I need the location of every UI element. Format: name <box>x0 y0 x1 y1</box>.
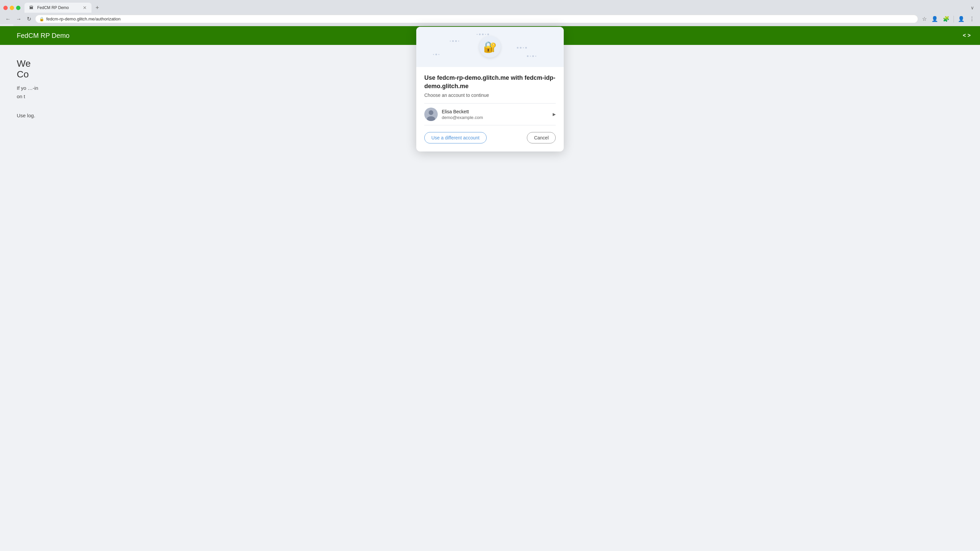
toolbar-icons: ☆ 👤 🧩 👤 ⋮ <box>921 14 976 24</box>
lock-icon: 🔒 <box>39 17 44 21</box>
account-info: Elisa Beckett demo@example.com <box>442 109 549 120</box>
dot <box>455 40 457 42</box>
dots-right-top <box>517 47 527 49</box>
dot <box>530 56 531 57</box>
dot <box>523 47 524 48</box>
modal-footer: Use a different account Cancel <box>424 132 556 143</box>
dot <box>525 47 527 49</box>
toolbar-divider <box>953 16 954 22</box>
dot <box>452 40 454 42</box>
dot <box>517 47 519 49</box>
dot <box>532 55 534 57</box>
address-bar[interactable]: 🔒 fedcm-rp-demo.glitch.me/authorization <box>35 15 918 23</box>
modal-subtitle: Choose an account to continue <box>424 92 556 98</box>
minimize-window-button[interactable] <box>10 6 14 10</box>
cancel-button[interactable]: Cancel <box>527 132 556 143</box>
dot <box>435 54 437 55</box>
dot <box>535 56 536 57</box>
dot <box>479 33 480 35</box>
svg-point-2 <box>427 116 435 121</box>
account-chevron-icon: ▶ <box>553 112 556 117</box>
dot <box>482 33 484 35</box>
account-email: demo@example.com <box>442 115 549 120</box>
dot <box>485 34 486 35</box>
dot <box>487 33 489 35</box>
fedcm-dialog: 🔐 Use fedcm-rp-demo.glitch.me with fedcm… <box>416 27 564 151</box>
forward-button[interactable]: → <box>15 15 23 24</box>
account-row[interactable]: Elisa Beckett demo@example.com ▶ <box>424 103 556 125</box>
tab-favicon-icon: 🏛 <box>29 5 35 10</box>
back-button[interactable]: ← <box>4 15 12 24</box>
code-toggle-button[interactable]: < > <box>960 31 973 40</box>
tab-bar: 🏛 FedCM RP Demo ✕ + ∨ <box>0 0 980 13</box>
extension-icon[interactable]: 🧩 <box>942 14 951 24</box>
dots-left-top <box>450 40 459 42</box>
menu-icon[interactable]: ⋮ <box>968 14 976 24</box>
use-different-account-button[interactable]: Use a different account <box>424 132 487 143</box>
dot <box>520 47 522 49</box>
refresh-button[interactable]: ↻ <box>25 14 32 24</box>
account-name: Elisa Beckett <box>442 109 549 114</box>
dot <box>438 54 439 55</box>
dot <box>477 34 477 35</box>
bookmark-icon[interactable]: ☆ <box>921 14 928 24</box>
tab-dropdown-button[interactable]: ∨ <box>968 4 977 12</box>
tab-title: FedCM RP Demo <box>37 5 80 10</box>
dot <box>458 41 459 41</box>
maximize-window-button[interactable] <box>16 6 21 10</box>
app-title: FedCM RP Demo <box>17 32 69 40</box>
tab-close-button[interactable]: ✕ <box>83 5 87 10</box>
browser-chrome: 🏛 FedCM RP Demo ✕ + ∨ ← → ↻ 🔒 fedcm-rp-d… <box>0 0 980 26</box>
traffic-lights <box>3 6 21 10</box>
close-window-button[interactable] <box>3 6 8 10</box>
modal-body: Use fedcm-rp-demo.glitch.me with fedcm-i… <box>416 67 564 151</box>
address-text: fedcm-rp-demo.glitch.me/authorization <box>46 16 914 21</box>
dot <box>433 54 434 55</box>
dots-center-top <box>477 33 489 35</box>
header-actions: < > <box>960 31 973 40</box>
dot <box>527 55 528 57</box>
svg-point-1 <box>429 110 433 115</box>
profile-icon[interactable]: 👤 <box>930 14 939 24</box>
dots-right-mid <box>527 55 536 57</box>
modal-illustration: 🔐 <box>416 27 564 67</box>
dots-left-mid <box>433 54 439 55</box>
user-account-icon[interactable]: 👤 <box>956 14 966 24</box>
active-tab[interactable]: 🏛 FedCM RP Demo ✕ <box>24 3 92 13</box>
account-avatar <box>424 108 438 121</box>
dot <box>450 41 451 41</box>
new-tab-button[interactable]: + <box>93 3 102 13</box>
lock-badge-icon: 🔐 <box>479 36 501 57</box>
modal-title: Use fedcm-rp-demo.glitch.me with fedcm-i… <box>424 74 556 91</box>
address-bar-row: ← → ↻ 🔒 fedcm-rp-demo.glitch.me/authoriz… <box>0 13 980 26</box>
